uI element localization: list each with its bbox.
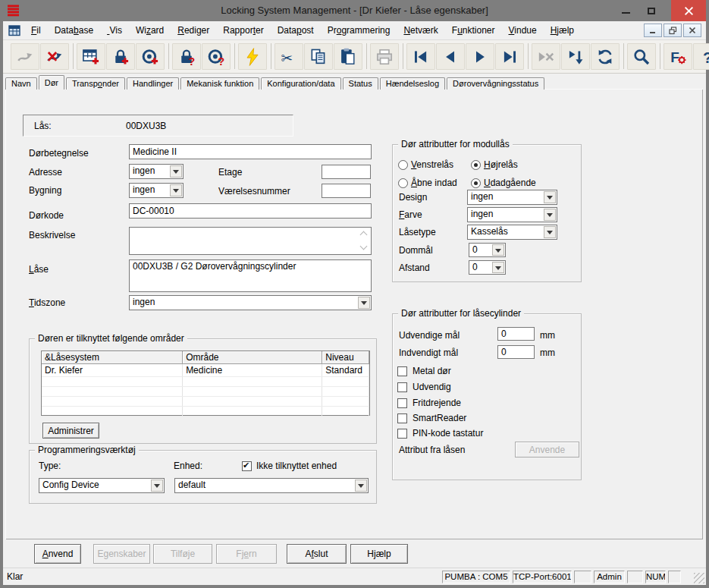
tab-dor[interactable]: Dør [39, 75, 64, 90]
timezone-select[interactable]: ingen [129, 295, 372, 310]
device-select[interactable]: default [174, 478, 369, 493]
building-select[interactable]: ingen [129, 183, 184, 198]
column-header-omrade[interactable]: Område [183, 351, 322, 364]
anvend-button[interactable]: Anvend [34, 544, 81, 564]
pin-kode-tastatur-checkbox[interactable] [397, 429, 407, 439]
mdi-restore-button[interactable] [664, 24, 682, 37]
tab-navn[interactable]: Navn [5, 77, 37, 90]
open-inward-radio[interactable] [398, 178, 408, 188]
read-transponder-button[interactable]: ? [202, 43, 231, 70]
tab-mekanisk-funktion[interactable]: Mekanisk funktion [180, 77, 259, 90]
jump-button[interactable] [11, 43, 39, 70]
chevron-down-icon[interactable] [170, 184, 182, 197]
menu-programmering[interactable]: Programmering [321, 21, 397, 39]
door-name-input[interactable] [129, 144, 372, 159]
tab-dorovervagningsstatus[interactable]: Dørovervågningsstatus [447, 77, 544, 90]
right-lock-radio[interactable] [471, 160, 481, 170]
first-record-button[interactable] [406, 43, 435, 70]
search-button[interactable] [627, 43, 656, 70]
design-select[interactable]: ingen [467, 190, 557, 205]
tab-haendelseslog[interactable]: Hændelseslog [380, 77, 445, 90]
new-transponder-button[interactable] [136, 43, 165, 70]
smartreader-checkbox[interactable] [397, 413, 407, 423]
program-button[interactable] [238, 43, 267, 70]
goto-record-button[interactable] [561, 43, 590, 70]
fritdrejende-checkbox[interactable] [397, 398, 407, 408]
egenskaber-button[interactable]: Egenskaber [93, 544, 150, 564]
chevron-down-icon[interactable] [358, 297, 370, 309]
menu-vis[interactable]: Vis [100, 21, 129, 39]
new-lock-button[interactable] [106, 43, 135, 70]
address-select[interactable]: ingen [129, 164, 184, 179]
chevron-down-icon[interactable] [170, 165, 182, 178]
left-lock-radio[interactable] [398, 160, 408, 170]
tab-konfiguration-data[interactable]: Konfiguration/data [261, 77, 340, 90]
last-record-button[interactable] [495, 43, 524, 70]
column-header-lasesystem[interactable]: &Låsesystem [42, 351, 183, 364]
chevron-down-icon[interactable] [544, 226, 556, 238]
programming-type-select[interactable]: Config Device [39, 478, 165, 493]
door-code-input[interactable] [129, 203, 372, 219]
fjern-button[interactable]: Fjern [216, 544, 277, 564]
new-locking-system-button[interactable] [77, 43, 105, 70]
chevron-down-icon[interactable] [492, 244, 504, 256]
lock-type-select[interactable]: Kasselås [467, 225, 557, 240]
cancel-navigation-button[interactable] [532, 43, 560, 70]
udvendig-checkbox[interactable] [397, 382, 407, 392]
menu-datapost[interactable]: Datapost [271, 21, 321, 39]
apply-attributes-button[interactable]: Anvende [515, 442, 579, 458]
resize-grip[interactable] [694, 573, 704, 583]
locks-textarea[interactable]: 00DXU3B / G2 Dørovervågningscylinder [129, 259, 372, 292]
menu-funktioner[interactable]: Funktioner [445, 21, 502, 39]
backset-select[interactable]: 0 [469, 243, 506, 257]
mdi-close-button[interactable] [683, 24, 701, 37]
menu-hjaelp[interactable]: Hjælp [544, 21, 581, 39]
color-select[interactable]: ingen [467, 207, 557, 222]
refresh-button[interactable] [591, 43, 620, 70]
column-header-niveau[interactable]: Niveau [322, 351, 369, 364]
table-row[interactable]: Dr. KieferMedicineStandard [42, 364, 369, 377]
outward-radio[interactable] [471, 178, 481, 188]
metal-dor-checkbox[interactable] [397, 366, 407, 376]
description-textarea[interactable] [129, 227, 372, 255]
tab-handlinger[interactable]: Handlinger [127, 77, 179, 90]
room-number-input[interactable] [322, 184, 371, 198]
delete-record-button[interactable] [40, 43, 69, 70]
chevron-down-icon[interactable] [355, 480, 367, 492]
floor-input[interactable] [322, 165, 371, 179]
copy-button[interactable] [304, 43, 333, 70]
print-button[interactable] [370, 43, 399, 70]
help-button[interactable]: ? [693, 43, 709, 70]
read-lock-button[interactable]: ? [172, 43, 201, 70]
menu-vindue[interactable]: Vindue [502, 21, 544, 39]
menu-wizard[interactable]: Wizard [129, 21, 171, 39]
distance-select[interactable]: 0 [469, 260, 506, 275]
menu-rapporter[interactable]: Rapporter [216, 21, 270, 39]
maximize-button[interactable] [641, 0, 662, 21]
close-button[interactable] [671, 0, 706, 21]
menu-fil[interactable]: Fil [24, 21, 48, 39]
cut-button[interactable]: ✂ [275, 43, 303, 70]
menu-netvaerk[interactable]: Netværk [397, 21, 444, 39]
no-device-checkbox[interactable] [242, 461, 252, 471]
functions-button[interactable]: F [664, 43, 692, 70]
tab-status[interactable]: Status [343, 77, 378, 90]
chevron-down-icon[interactable] [544, 191, 556, 203]
menu-rediger[interactable]: Rediger [171, 21, 216, 39]
mdi-minimize-button[interactable] [644, 24, 662, 37]
paste-button[interactable] [334, 43, 362, 70]
chevron-down-icon[interactable] [151, 480, 163, 492]
administer-button[interactable]: Administrer [42, 423, 99, 439]
afslut-button[interactable]: Afslut [287, 544, 347, 564]
menu-database[interactable]: Database [48, 21, 100, 39]
tab-transponder[interactable]: Transponder [66, 77, 125, 90]
tilfoje-button[interactable]: Tilføje [153, 544, 212, 564]
chevron-down-icon[interactable] [544, 209, 556, 221]
chevron-down-icon[interactable] [492, 262, 504, 273]
next-record-button[interactable] [466, 43, 494, 70]
minimize-button[interactable] [615, 0, 636, 21]
prev-record-button[interactable] [436, 43, 465, 70]
mdi-child-icon[interactable] [8, 24, 21, 37]
areas-table[interactable]: &LåsesystemOmrådeNiveauDr. KieferMedicin… [41, 351, 370, 416]
hjaelp-button[interactable]: Hjælp [350, 544, 408, 564]
